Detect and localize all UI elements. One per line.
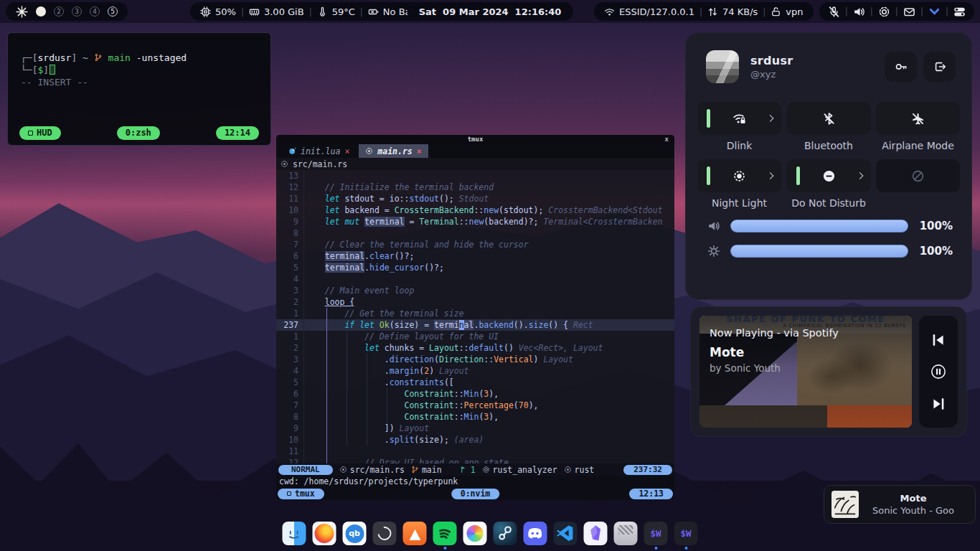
- battery-x-icon: [368, 6, 379, 17]
- code-token: Layout: [400, 423, 430, 433]
- code-text: // Initialize the terminal backend: [303, 182, 674, 193]
- workspace-5[interactable]: 5: [108, 6, 118, 17]
- close-button[interactable]: x: [665, 135, 669, 144]
- chevron-down-icon[interactable]: [928, 6, 941, 18]
- volume-slider[interactable]: [730, 220, 908, 232]
- workspace-2[interactable]: 2: [54, 6, 64, 17]
- code-text: Constraint::Min(3),: [303, 411, 674, 423]
- line-number: 12: [276, 182, 303, 193]
- statusline-diagnostics[interactable]: 1: [460, 465, 476, 475]
- terminal-window[interactable]: ┌─[srdusr] ~ main -unstaged └─[$] -- INS…: [7, 32, 271, 146]
- code-token: [305, 412, 404, 422]
- dock-icon-spotify[interactable]: [433, 522, 457, 545]
- cpu-usage: 50%: [215, 6, 236, 17]
- toggles-icon[interactable]: [953, 6, 966, 18]
- toggle-button-bluetooth[interactable]: [787, 102, 871, 135]
- dock-icon-photos[interactable]: [463, 522, 487, 545]
- user-names: srdusr @xyz: [750, 54, 878, 80]
- pause-circle-icon[interactable]: [930, 364, 946, 380]
- line-number: 7: [276, 239, 303, 250]
- flag-icon: [460, 466, 468, 474]
- code-token: (backend)?;: [484, 217, 543, 227]
- clock[interactable]: Sat 09 Mar 2024 12:16:40: [407, 2, 573, 21]
- dock-icon-obsidian[interactable]: [584, 522, 608, 545]
- speaker-icon: [707, 220, 720, 232]
- tab-init.lua[interactable]: init.lua×: [282, 144, 356, 158]
- toggle-button-dlink[interactable]: [697, 102, 781, 135]
- code-token: ().: [514, 320, 529, 330]
- steam-icon: [494, 522, 517, 545]
- system-stats-pill[interactable]: 50% 3.00 GiB 59°C No Bat: [190, 2, 425, 21]
- workspace-3[interactable]: 3: [72, 6, 82, 17]
- statusline-file[interactable]: src/main.rs: [339, 465, 405, 475]
- code-token: split: [390, 435, 415, 445]
- gear-icon[interactable]: [878, 6, 890, 18]
- toggle-button-do-not-disturb[interactable]: [787, 159, 871, 192]
- chevron-right-icon[interactable]: [856, 172, 863, 179]
- qbittorrent-icon: qb: [343, 522, 367, 545]
- user-name: srdusr: [750, 54, 878, 67]
- window-titlebar[interactable]: tmux x: [276, 135, 674, 144]
- dock-icon-trash[interactable]: [614, 522, 638, 545]
- code-line: 12 // Draw UI based on app state: [276, 457, 674, 463]
- dock-icon-dollar-w[interactable]: $W: [644, 522, 668, 545]
- workspaces: 2345: [36, 6, 118, 17]
- dock-icon-dollar-w2[interactable]: $W: [674, 522, 698, 545]
- tmux-session-hud[interactable]: HUD: [19, 126, 61, 140]
- mic-muted-icon[interactable]: [828, 6, 840, 18]
- editor-window[interactable]: tmux x init.lua×main.rs× src/main.rs 131…: [276, 135, 674, 500]
- line-number: 9: [276, 216, 303, 227]
- statusline-branch[interactable]: main: [411, 465, 442, 475]
- code-token: .: [385, 354, 390, 364]
- code-token: (: [434, 354, 439, 364]
- tab-close-icon[interactable]: ×: [344, 146, 349, 156]
- dock-icon-firefox[interactable]: [313, 522, 336, 545]
- lock-keys-button[interactable]: [885, 52, 917, 82]
- dock-icon-app-swirl[interactable]: [373, 522, 397, 545]
- code-token: new: [484, 205, 499, 215]
- dock-icon-vscode[interactable]: [554, 522, 578, 545]
- code-line: 8 Constraint::Min(3),: [276, 411, 674, 423]
- workspace-4[interactable]: 4: [90, 6, 100, 17]
- brightness-slider[interactable]: [730, 245, 908, 258]
- dock-icon-discord[interactable]: [524, 522, 547, 545]
- lua-icon: [288, 147, 296, 155]
- tab-close-icon[interactable]: ×: [417, 146, 422, 156]
- workspace-1[interactable]: [36, 6, 46, 17]
- tmux-window-zsh[interactable]: 0:zsh: [117, 126, 160, 140]
- branch-name: main: [422, 465, 442, 475]
- chevron-right-icon[interactable]: [767, 115, 774, 122]
- code-token: [305, 240, 325, 250]
- tmux-window-nvim[interactable]: 0:nvim: [451, 489, 500, 499]
- code-area[interactable]: 1312 // Initialize the terminal backend1…: [276, 170, 674, 463]
- dock-icon-vlc[interactable]: [403, 522, 427, 545]
- divider: [758, 6, 771, 17]
- system-tray: |||||: [819, 2, 974, 21]
- chevron-right-icon[interactable]: [767, 172, 774, 179]
- speaker-icon[interactable]: [853, 6, 865, 18]
- next-track-icon[interactable]: [930, 396, 946, 412]
- code-token: Constraint: [404, 389, 453, 399]
- dock-icon-file-manager[interactable]: [283, 522, 306, 545]
- mail-icon[interactable]: [903, 6, 915, 18]
- code-token: ::: [473, 205, 484, 215]
- tab-main.rs[interactable]: main.rs×: [359, 144, 428, 158]
- vscode-icon: [554, 522, 578, 545]
- code-token: (: [514, 400, 519, 410]
- dock-icon-qbittorrent[interactable]: qb: [343, 522, 367, 545]
- logout-button[interactable]: [923, 52, 956, 82]
- network-pill[interactable]: ESSID/127.0.0.1 74 KB/s vpn: [594, 2, 814, 21]
- dock-icon-steam[interactable]: [494, 522, 517, 545]
- toggle-button-idle[interactable]: [876, 159, 960, 192]
- toggle-label: Do Not Disturb: [791, 197, 866, 209]
- code-token: stdout =: [344, 194, 389, 204]
- code-token: n: [459, 320, 464, 330]
- tmux-session[interactable]: tmux: [278, 489, 324, 499]
- toggle-bluetooth: Bluetooth: [787, 102, 871, 152]
- toggle-button-airplane-mode[interactable]: [876, 102, 960, 135]
- previous-track-icon[interactable]: [930, 332, 946, 348]
- notification[interactable]: Mote Sonic Youth - Goo: [824, 485, 976, 524]
- toggle-button-night-light[interactable]: [697, 159, 781, 192]
- line-number: 5: [276, 262, 303, 273]
- git-branch-icon: [411, 466, 419, 474]
